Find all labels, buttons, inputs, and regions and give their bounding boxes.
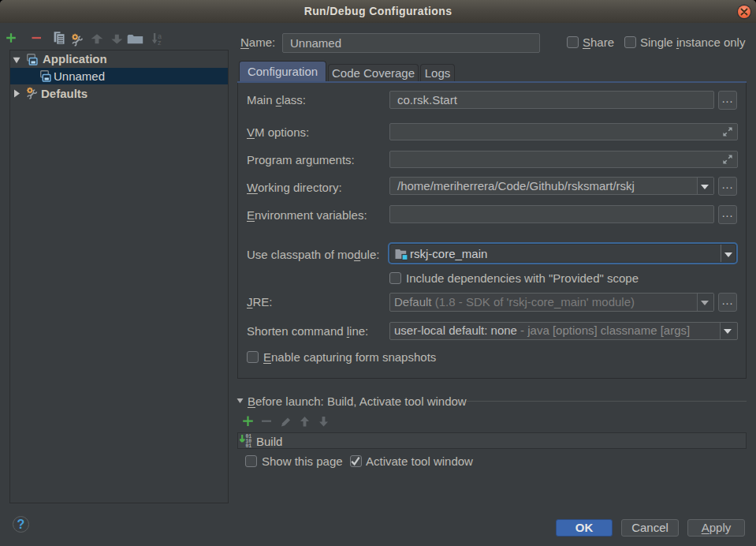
svg-text:z: z bbox=[158, 39, 162, 47]
svg-text:01: 01 bbox=[246, 443, 252, 447]
